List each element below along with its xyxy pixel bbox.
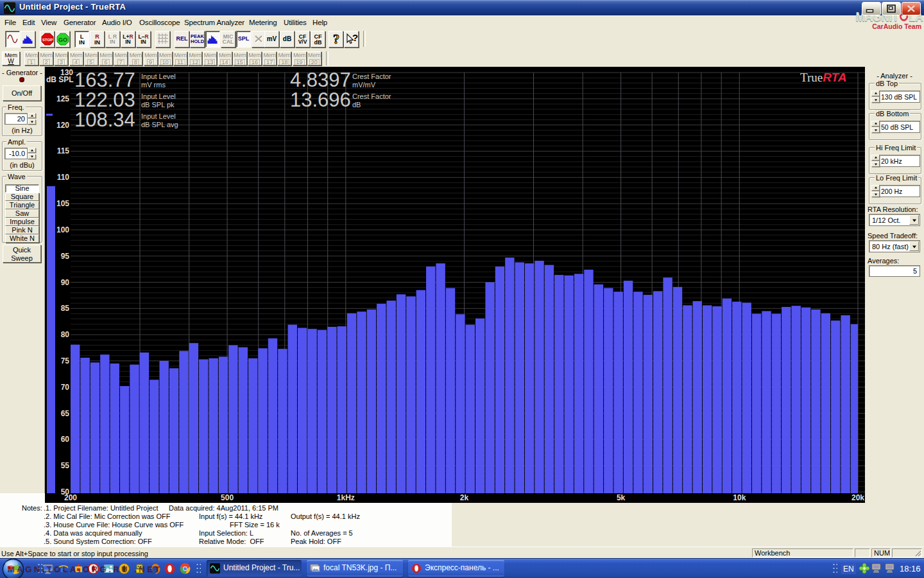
status-panel-num: NUM (871, 548, 891, 557)
quicklaunch-opera-icon[interactable] (164, 563, 176, 575)
lo-freq-input[interactable]: 200 Hz (879, 185, 920, 197)
svg-text:60: 60 (61, 435, 70, 444)
tray-display-icon[interactable] (871, 563, 883, 576)
toolbar-relative-mode-button[interactable]: REL (175, 31, 189, 48)
maximize-button[interactable] (882, 2, 901, 15)
taskbar-task-2[interactable]: focal TN53K.jpg - П... (307, 560, 403, 577)
ampl-spinner[interactable] (28, 148, 36, 159)
readout-value-0: 163.77 (74, 72, 135, 89)
quicklaunch-yellow-app-icon[interactable] (133, 563, 146, 575)
toolbar-crest-factor-vv-button[interactable]: CFV/V (295, 31, 310, 48)
mem-2-button: Mem2 (39, 51, 53, 66)
wave-saw-button[interactable]: Saw (5, 209, 39, 218)
hi-freq-input[interactable]: 20 kHz (879, 155, 920, 167)
menu-utilities[interactable]: Utilities (284, 17, 307, 28)
toolbar-button-label: RIN (90, 34, 104, 46)
tray-antivirus-icon[interactable] (859, 563, 870, 577)
toolbar-left-input-button[interactable]: LIN (74, 31, 89, 48)
quicklaunch-chrome-icon[interactable] (179, 563, 191, 575)
quicklaunch-image-viewer-icon[interactable] (103, 563, 115, 575)
toolbar-spectrum-analyzer-icon[interactable] (21, 31, 35, 48)
toolbar-context-help-icon[interactable]: ? (344, 31, 359, 48)
quicklaunch-red-app-icon[interactable] (73, 563, 85, 575)
toolbar-right-input-button[interactable]: RIN (90, 31, 105, 48)
menu-metering[interactable]: Metering (249, 17, 277, 28)
toolbar-sine-generator-icon[interactable] (5, 31, 20, 48)
menu-file[interactable]: File (4, 17, 16, 28)
toolbar-peak-hold-button[interactable]: PEAKHOLD (190, 31, 205, 48)
mem-label: Mem (234, 53, 246, 58)
tray-display-icon[interactable] (885, 563, 896, 576)
mem-19-button: Mem19 (293, 51, 307, 66)
quicklaunch-firefox-icon[interactable] (149, 563, 161, 575)
toolbar-l-minus-r-input-button[interactable]: L–RIN (136, 31, 151, 48)
wave-white-n-button[interactable]: White N (5, 234, 39, 243)
freq-spin-down[interactable] (28, 119, 36, 125)
menu-generator[interactable]: Generator (64, 17, 96, 28)
wave-pink-n-button[interactable]: Pink N (5, 226, 39, 234)
close-button[interactable] (902, 2, 921, 15)
taskbar-task-3[interactable]: Экспресс-панель - ... (408, 560, 504, 577)
menu-oscilloscope[interactable]: Oscilloscope (139, 17, 180, 28)
mem-label: Mem (263, 53, 276, 58)
svg-text:20k: 20k (851, 493, 864, 502)
quicklaunch-daemon-yellow-icon[interactable] (118, 563, 130, 575)
speed-tradeoff-select[interactable]: 80 Hz (fast) (869, 240, 920, 252)
generator-onoff-button[interactable]: On/Off (3, 85, 41, 101)
toolbar-decibels-button[interactable]: dB (280, 31, 295, 48)
wave-triangle-button[interactable]: Triangle (5, 201, 39, 209)
toolbar-go-icon[interactable]: GO (55, 31, 70, 48)
menu-help[interactable]: Help (312, 17, 327, 28)
tray-language[interactable]: EN (841, 564, 856, 574)
toolbar: STOPGOLINRINL RINL+RINL–RINRELPEAKHOLDMI… (0, 28, 924, 50)
toolbar-help-icon[interactable]: ? (329, 31, 343, 48)
mem-w-button[interactable]: MemW (2, 51, 20, 66)
rta-resolution-dropdown-icon[interactable] (909, 215, 919, 225)
db-top-input[interactable]: 130 dB SPL (879, 91, 920, 103)
ampl-spin-up[interactable] (28, 148, 36, 153)
menu-audio-i-o[interactable]: Audio I/O (102, 17, 132, 28)
ampl-input[interactable]: -10.0 (4, 148, 28, 159)
start-button[interactable] (2, 558, 24, 578)
ampl-spin-down[interactable] (28, 154, 36, 159)
db-bottom-input[interactable]: 50 dB SPL (879, 121, 920, 133)
mem-label: Mem (99, 53, 112, 58)
quick-sweep-button[interactable]: Quick Sweep (3, 245, 41, 263)
averages-input[interactable]: 5 (869, 265, 920, 277)
freq-spinner[interactable] (28, 113, 36, 125)
svg-text:120: 120 (56, 121, 69, 130)
svg-text:STOP: STOP (42, 37, 53, 42)
freq-spin-up[interactable] (28, 113, 36, 118)
notes-label: Notes: (22, 504, 42, 512)
quicklaunch-internet-explorer-icon[interactable]: e (57, 563, 69, 575)
mem-label: Mem (203, 53, 216, 58)
taskbar-task-1[interactable]: Untitled Project - Tru... (207, 560, 302, 577)
wave-sine-button[interactable]: Sine (5, 184, 39, 193)
toolbar-crest-factor-db-button[interactable]: CFdB (311, 31, 325, 48)
toolbar-stop-icon[interactable]: STOP (40, 31, 55, 48)
mem-20-button: Mem20 (307, 51, 321, 66)
quicklaunch-daemon-red-icon[interactable] (87, 563, 99, 575)
rta-resolution-select[interactable]: 1/12 Oct. (869, 214, 920, 226)
toolbar-l-plus-r-input-button[interactable]: L+RIN (121, 31, 135, 48)
wave-square-button[interactable]: Square (5, 193, 39, 201)
analyzer-panel: - Analyzer - dB Top 130 dB SPL dB Bottom… (865, 67, 924, 547)
quicklaunch-show-desktop-icon[interactable] (42, 563, 54, 575)
menu-view[interactable]: View (41, 17, 56, 28)
svg-text:?: ? (333, 32, 339, 46)
menu-edit[interactable]: Edit (22, 17, 35, 28)
app-icon[interactable] (3, 2, 16, 15)
speed-tradeoff-dropdown-icon[interactable] (909, 241, 919, 251)
wave-impulse-button[interactable]: Impulse (5, 218, 39, 226)
mem-number: 10 (160, 59, 171, 66)
mem-label: Mem (25, 53, 38, 58)
freq-groupbox: Freq. 20 (in Hz) (2, 107, 42, 136)
toolbar-millivolts-button[interactable]: mV (264, 31, 279, 48)
toolbar-spl-mode-button[interactable]: SPL (236, 31, 251, 48)
freq-input[interactable]: 20 (4, 113, 28, 125)
truerta-logo: TrueRTA (800, 71, 847, 85)
minimize-button[interactable] (862, 2, 881, 15)
menu-spectrum-analyzer[interactable]: Spectrum Analyzer (184, 17, 244, 28)
mem-label: Mem (159, 53, 172, 58)
toolbar-rta-display-icon[interactable] (205, 31, 220, 48)
